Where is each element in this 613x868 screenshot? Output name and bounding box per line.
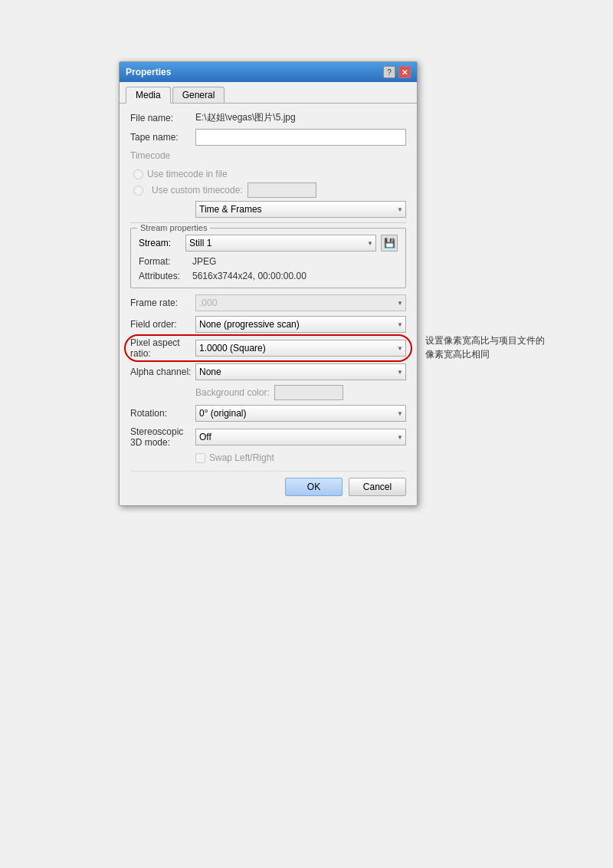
stream-row: Stream: Still 1 💾 [139,235,398,252]
time-frames-dropdown[interactable]: Time & Frames [195,201,406,218]
stereo-wrapper: Off [195,429,406,446]
use-custom-timecode-label: Use custom timecode: [152,185,243,196]
rotation-label: Rotation: [130,408,195,419]
help-icon: ? [387,68,392,77]
field-order-dropdown[interactable]: None (progressive scan) [195,316,406,333]
swap-checkbox[interactable] [195,453,205,463]
tape-name-input[interactable] [195,129,406,146]
use-timecode-radio[interactable] [133,169,143,179]
tab-media-label: Media [136,90,161,100]
pixel-aspect-label: Pixel aspect ratio: [130,337,195,359]
timecode-label: Timecode [130,150,195,161]
custom-timecode-wrapper: Use custom timecode: [133,182,316,198]
bg-color-label: Background color: [195,387,270,398]
close-button[interactable]: ✕ [398,66,411,78]
use-custom-timecode-row: Use custom timecode: [130,182,406,198]
custom-timecode-input[interactable] [247,182,316,198]
annotation-text: 设置像素宽高比与项目文件的像素宽高比相同 [425,334,548,361]
field-order-row: Field order: None (progressive scan) [130,316,406,333]
buttons-row: OK Cancel [130,471,406,496]
format-row: Format: JPEG [139,256,398,267]
tab-media[interactable]: Media [126,87,171,104]
attributes-row: Attributes: 5616x3744x24, 00:00:00.00 [139,271,398,281]
stereo-label: Stereoscopic 3D mode: [130,426,195,448]
alpha-channel-label: Alpha channel: [130,367,195,377]
stream-dropdown-wrapper: Still 1 [185,235,376,252]
time-frames-wrapper: Time & Frames [195,201,406,218]
ok-button[interactable]: OK [285,478,343,496]
rotation-row: Rotation: 0° (original) [130,405,406,422]
frame-rate-label: Frame rate: [130,298,195,308]
use-timecode-radio-row: Use timecode in file [130,169,406,179]
frame-rate-row: Frame rate: .000 [130,294,406,311]
alpha-channel-dropdown[interactable]: None [195,363,406,380]
title-bar-buttons: ? ✕ [383,66,411,78]
stereo-dropdown[interactable]: Off [195,429,406,446]
dialog-wrapper: Properties ? ✕ Media General [119,61,418,506]
stream-properties-group: Stream properties Stream: Still 1 💾 [130,228,406,288]
tab-general-label: General [182,90,215,100]
format-value: JPEG [192,256,216,267]
file-name-row: File name: E:\赵姐\vegas\图片\5.jpg [130,111,406,124]
properties-dialog: Properties ? ✕ Media General [119,61,418,506]
timecode-section: Timecode [130,150,406,164]
frame-rate-dropdown[interactable]: .000 [195,294,406,311]
alpha-channel-row: Alpha channel: None [130,363,406,380]
bg-color-row: Background color: [130,385,406,400]
tab-general[interactable]: General [172,87,225,103]
swap-row: Swap Left/Right [130,452,406,463]
close-icon: ✕ [402,68,408,77]
dialog-title: Properties [126,67,171,77]
alpha-channel-wrapper: None [195,363,406,380]
save-stream-button[interactable]: 💾 [381,235,398,252]
pixel-aspect-row: Pixel aspect ratio: 1.0000 (Square) [130,337,406,359]
tape-name-label: Tape name: [130,132,195,143]
rotation-dropdown[interactable]: 0° (original) [195,405,406,422]
dialog-content: File name: E:\赵姐\vegas\图片\5.jpg Tape nam… [120,104,417,505]
rotation-wrapper: 0° (original) [195,405,406,422]
stereo-row: Stereoscopic 3D mode: Off [130,426,406,448]
use-timecode-label: Use timecode in file [147,169,228,179]
pixel-aspect-dropdown[interactable]: 1.0000 (Square) [195,340,406,357]
attributes-value: 5616x3744x24, 00:00:00.00 [192,271,306,281]
file-name-label: File name: [130,113,195,123]
frame-rate-wrapper: .000 [195,294,406,311]
title-bar: Properties ? ✕ [120,62,417,82]
page-container: Properties ? ✕ Media General [0,0,613,868]
save-icon: 💾 [384,238,395,248]
stream-dropdown[interactable]: Still 1 [185,235,376,252]
tape-name-row: Tape name: [130,129,406,146]
attributes-label: Attributes: [139,271,192,281]
field-order-wrapper: None (progressive scan) [195,316,406,333]
use-custom-timecode-radio[interactable] [133,186,143,196]
color-swatch[interactable] [274,385,343,400]
swap-label: Swap Left/Right [209,452,274,463]
pixel-aspect-wrapper: 1.0000 (Square) [195,340,406,357]
field-order-label: Field order: [130,319,195,330]
cancel-button[interactable]: Cancel [349,478,406,496]
stream-properties-label: Stream properties [137,223,210,232]
file-name-value: E:\赵姐\vegas\图片\5.jpg [195,111,296,124]
stream-label: Stream: [139,238,181,248]
format-label: Format: [139,256,192,267]
help-button[interactable]: ? [383,66,395,78]
tabs-bar: Media General [120,82,417,104]
time-frames-row: Time & Frames [130,201,406,218]
